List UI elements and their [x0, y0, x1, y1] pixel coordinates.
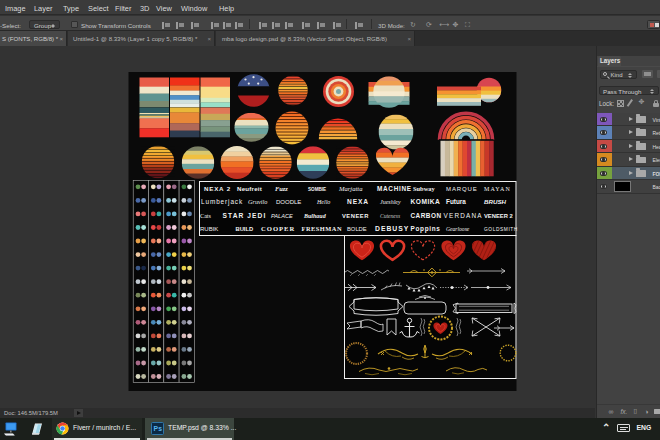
svg-text:Marjatta: Marjatta: [338, 185, 363, 192]
svg-text:Cats: Cats: [200, 212, 212, 219]
svg-text:MAYAN: MAYAN: [484, 186, 511, 192]
svg-text:Bulhaud: Bulhaud: [303, 213, 327, 219]
svg-text:Gearloose: Gearloose: [446, 226, 470, 232]
svg-text:Hello: Hello: [316, 199, 330, 205]
svg-text:BOLDE: BOLDE: [347, 226, 367, 232]
svg-text:COOPER: COOPER: [261, 225, 295, 232]
svg-text:Futura: Futura: [446, 198, 466, 205]
svg-text:PALACE: PALACE: [271, 213, 293, 219]
svg-text:DOODLE: DOODLE: [276, 199, 301, 205]
svg-text:SOMBIE: SOMBIE: [308, 187, 326, 192]
svg-text:CARBON: CARBON: [411, 212, 442, 219]
svg-text:KOMIKA: KOMIKA: [411, 198, 441, 205]
svg-text:Fuzz: Fuzz: [275, 185, 288, 192]
svg-text:VERDANA: VERDANA: [444, 212, 483, 219]
svg-text:Poppins: Poppins: [411, 225, 441, 233]
svg-text:Neufreit: Neufreit: [237, 185, 262, 192]
svg-text:Jueshley: Jueshley: [380, 199, 401, 205]
svg-text:MACHINE: MACHINE: [377, 185, 412, 192]
svg-text:BUILD: BUILD: [236, 226, 254, 232]
svg-text:STAR JEDI: STAR JEDI: [223, 212, 267, 219]
svg-text:MARQUE: MARQUE: [446, 186, 478, 192]
svg-text:Gruvilo: Gruvilo: [248, 198, 267, 205]
svg-text:VENEER: VENEER: [342, 213, 369, 219]
svg-text:RUBIK: RUBIK: [200, 226, 218, 232]
svg-text:FRESHMAN: FRESHMAN: [302, 225, 343, 232]
svg-text:Lumberjack: Lumberjack: [201, 198, 243, 206]
svg-text:NEXA 2: NEXA 2: [204, 185, 231, 192]
svg-text:DEBUSY: DEBUSY: [375, 225, 409, 232]
svg-text:GOLDSMITH: GOLDSMITH: [484, 227, 518, 232]
svg-text:VENEER 2: VENEER 2: [484, 213, 513, 219]
svg-text:NEXA: NEXA: [347, 198, 369, 205]
svg-text:Cuteness: Cuteness: [380, 213, 400, 219]
svg-text:BRUSH: BRUSH: [484, 198, 507, 205]
svg-text:Subway: Subway: [413, 185, 435, 192]
